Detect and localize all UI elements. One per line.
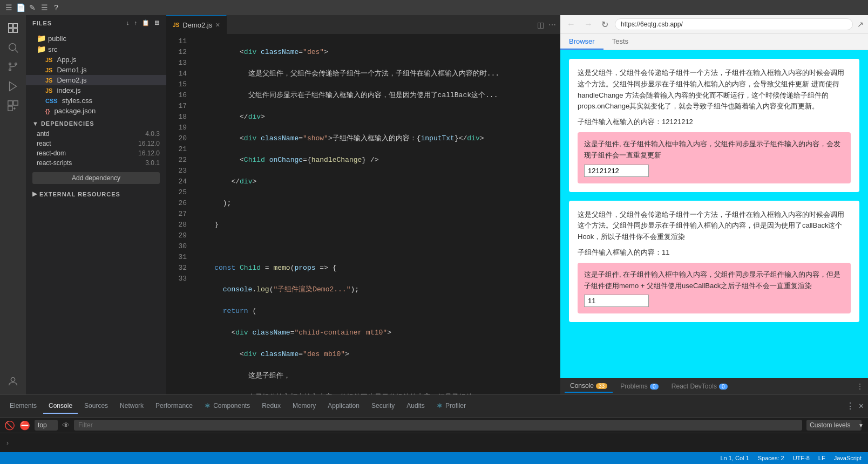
back-button[interactable]: ←: [565, 18, 578, 30]
console-action-icon[interactable]: ⋮: [856, 382, 864, 391]
tree-item-appjs[interactable]: JS App.js: [26, 54, 166, 65]
preview-card-1: 这是父组件，父组件会传递给子组件一个方法，子组件在输入框输入内容的时候会调用这个…: [569, 59, 859, 192]
tab-js-icon: JS: [173, 22, 179, 28]
new-folder-icon[interactable]: ⊞: [154, 19, 160, 26]
file-icon[interactable]: 📄: [16, 3, 25, 12]
css-file-icon: CSS: [45, 98, 58, 104]
ext-chevron-icon: ▶: [32, 190, 37, 197]
dep-name: react-scripts: [37, 159, 72, 167]
tree-item-public[interactable]: 📁 public: [26, 33, 166, 44]
activity-debug[interactable]: [4, 78, 22, 95]
audits-tab-label: Audits: [406, 402, 424, 410]
dep-version: 16.12.0: [138, 140, 160, 147]
browser-tab-label: Browser: [569, 37, 595, 45]
sort-up-icon[interactable]: ↑: [134, 19, 138, 26]
svg-point-14: [11, 378, 15, 381]
tree-item-stylescss[interactable]: CSS styles.css: [26, 95, 166, 106]
devtools-tab-sources[interactable]: Sources: [79, 399, 113, 414]
line-col[interactable]: Ln 1, Col 1: [721, 455, 749, 461]
add-dependency-button[interactable]: Add dependency: [32, 172, 160, 184]
preview-panel: ← → ↻ https://6eqtg.csb.app/ ↗ Browser T…: [560, 15, 868, 394]
tree-item-demo2js[interactable]: JS Demo2.js: [26, 75, 166, 85]
activity-account[interactable]: [4, 373, 22, 390]
line-numbers: 1112131415 1617181920 2122232425 2627282…: [166, 34, 193, 394]
devtools-tab-components[interactable]: ⚛ Components: [199, 399, 255, 414]
tree-label: src: [48, 45, 57, 53]
svg-line-5: [15, 50, 18, 52]
card1-input[interactable]: [584, 165, 649, 177]
console-tab-reactdevtools[interactable]: React DevTools 0: [666, 380, 733, 392]
context-select[interactable]: top: [35, 420, 58, 431]
tab-demo2js[interactable]: JS Demo2.js ×: [166, 15, 227, 34]
tree-item-demo1js[interactable]: JS Demo1.js: [26, 65, 166, 75]
sidebar: Files ↓ ↑ 📋 ⊞ 📁 public 📁 src: [26, 15, 166, 394]
code-content[interactable]: <div className="des"> 这是父组件，父组件会传递给子组件一个…: [193, 34, 560, 394]
activity-search[interactable]: [4, 39, 22, 56]
elements-tab-label: Elements: [10, 402, 37, 410]
menu-icon[interactable]: ☰: [4, 3, 13, 12]
devtools-tab-application[interactable]: Application: [322, 399, 365, 414]
external-resources-section[interactable]: ▶ External resources: [26, 188, 166, 200]
devtools-tab-network[interactable]: Network: [114, 399, 149, 414]
split-editor-icon[interactable]: ◫: [537, 21, 544, 29]
svg-rect-3: [13, 29, 17, 32]
devtools-tab-audits[interactable]: Audits: [401, 399, 430, 414]
status-bar-right: Ln 1, Col 1 Spaces: 2 UTF-8 LF JavaScrip…: [721, 455, 862, 461]
preview-tab-browser[interactable]: Browser: [560, 34, 603, 50]
custom-levels-select[interactable]: Custom levels: [806, 420, 862, 431]
editor-tabs: JS Demo2.js × ◫ ⋯: [166, 15, 560, 34]
devtools-tab-memory[interactable]: Memory: [287, 399, 321, 414]
forward-button[interactable]: →: [582, 18, 595, 30]
activity-git[interactable]: [4, 58, 22, 76]
dep-version: 16.12.0: [138, 149, 160, 157]
svg-point-6: [9, 69, 11, 71]
help-icon[interactable]: ?: [52, 3, 60, 12]
devtools-tab-elements[interactable]: Elements: [4, 399, 42, 414]
top-toolbar: ☰ 📄 ✎ ☰ ?: [0, 0, 868, 15]
eye-icon[interactable]: 👁: [62, 421, 70, 429]
new-file-icon[interactable]: 📋: [142, 19, 150, 26]
devtools-tab-profiler[interactable]: ⚛ Profiler: [431, 399, 471, 414]
edit-icon[interactable]: ✎: [28, 3, 37, 12]
problems-tab-label: Problems: [620, 383, 648, 390]
activity-explorer[interactable]: [4, 19, 22, 37]
sort-down-icon[interactable]: ↓: [126, 19, 130, 26]
js-file-icon: JS: [45, 57, 52, 63]
view-icon[interactable]: ☰: [40, 3, 49, 12]
language[interactable]: JavaScript: [834, 455, 862, 461]
more-actions-icon[interactable]: ⋯: [548, 21, 556, 29]
card2-input[interactable]: [584, 295, 649, 307]
stop-icon[interactable]: ⛔: [19, 420, 30, 431]
dep-antd: antd 4.0.3: [26, 129, 166, 139]
tree-item-packagejson[interactable]: {} package.json: [26, 106, 166, 116]
svg-rect-2: [9, 29, 12, 32]
url-bar[interactable]: https://6eqtg.csb.app/: [615, 18, 853, 30]
devtools-tab-console[interactable]: Console: [43, 399, 78, 414]
react-icon-profiler: ⚛: [437, 402, 443, 410]
refresh-button[interactable]: ↻: [599, 18, 611, 31]
filter-input[interactable]: [74, 420, 802, 431]
new-window-icon[interactable]: ↗: [857, 20, 864, 29]
devtools-more-icon[interactable]: ⋮: [846, 401, 855, 411]
line-ending[interactable]: LF: [818, 455, 825, 461]
tree-item-src[interactable]: 📁 src: [26, 44, 166, 54]
tab-close-icon[interactable]: ×: [215, 21, 220, 29]
dep-react-dom: react-dom 16.12.0: [26, 148, 166, 158]
folder-icon: 📁: [37, 45, 46, 53]
spaces[interactable]: Spaces: 2: [758, 455, 784, 461]
activity-extensions[interactable]: [4, 97, 22, 114]
svg-point-7: [15, 63, 17, 65]
dependencies-section[interactable]: ▼ Dependencies: [26, 116, 166, 129]
devtools-tab-performance[interactable]: Performance: [150, 399, 198, 414]
console-tab-problems[interactable]: Problems 0: [615, 380, 664, 392]
console-tab-label-dt: Console: [49, 402, 72, 410]
preview-tab-tests[interactable]: Tests: [603, 34, 637, 50]
tree-item-indexjs[interactable]: JS index.js: [26, 85, 166, 95]
devtools-close-icon[interactable]: ×: [859, 401, 864, 411]
devtools-tab-security[interactable]: Security: [366, 399, 400, 414]
js-file-icon: JS: [45, 67, 52, 73]
encoding[interactable]: UTF-8: [793, 455, 810, 461]
console-tab-console[interactable]: Console 33: [565, 380, 613, 393]
clear-console-icon[interactable]: 🚫: [4, 420, 15, 431]
devtools-tab-redux[interactable]: Redux: [256, 399, 286, 414]
